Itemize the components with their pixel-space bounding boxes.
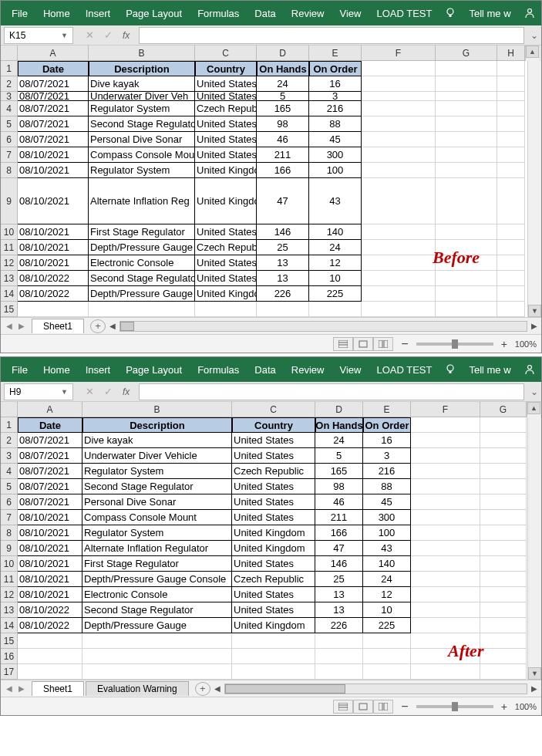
empty-cell[interactable] [362,132,436,147]
data-cell[interactable]: United States [195,255,257,271]
tab-nav-next-icon[interactable]: ▶ [16,322,27,330]
row-header[interactable]: 5 [1,479,18,494]
row-header[interactable]: 3 [1,448,18,464]
data-cell[interactable]: 166 [257,163,309,178]
empty-cell[interactable] [480,556,527,572]
empty-cell[interactable] [89,302,195,317]
empty-cell[interactable] [480,618,527,633]
data-cell[interactable]: 25 [315,572,363,587]
zoom-in-button[interactable]: + [498,338,510,350]
data-cell[interactable]: 25 [257,240,309,255]
data-cell[interactable]: Czech Republic [232,464,315,479]
zoom-in-button[interactable]: + [498,700,510,713]
data-cell[interactable]: 13 [257,255,309,271]
zoom-out-button[interactable]: − [398,700,411,714]
data-cell[interactable]: Dive kayak [82,433,232,448]
data-cell[interactable]: 08/07/2021 [18,76,89,92]
share-icon[interactable] [519,7,540,19]
empty-cell[interactable] [362,271,436,286]
sheet-tab[interactable]: Evaluation Warning [86,681,189,696]
data-cell[interactable]: 08/07/2021 [18,132,89,147]
data-cell[interactable]: United Kingdo [195,178,257,224]
hscroll-left-icon[interactable]: ◀ [107,322,118,330]
row-header[interactable]: 12 [1,255,18,271]
data-cell[interactable]: 24 [257,76,309,92]
col-header-D[interactable]: D [315,402,363,417]
data-cell[interactable]: 43 [363,541,411,556]
data-cell[interactable]: 08/10/2021 [18,178,89,224]
ribbon-tab-page layout[interactable]: Page Layout [118,2,190,25]
data-cell[interactable]: Depth/Pressure Gauge [89,286,195,302]
data-cell[interactable]: 08/07/2021 [18,433,82,448]
data-cell[interactable]: 08/07/2021 [18,92,89,101]
col-header-A[interactable]: A [18,402,82,417]
data-cell[interactable]: 16 [309,76,362,92]
row-header[interactable]: 13 [1,271,18,286]
data-cell[interactable]: 300 [309,147,362,163]
empty-cell[interactable] [411,448,480,464]
empty-cell[interactable] [362,163,436,178]
empty-cell[interactable] [436,163,497,178]
data-cell[interactable]: Depth/Pressure Gauge [82,618,232,633]
data-cell[interactable]: United States [195,224,257,240]
col-header-E[interactable]: E [309,46,362,61]
row-header[interactable]: 2 [1,433,18,448]
data-cell[interactable]: 10 [309,271,362,286]
data-cell[interactable]: Electronic Console [82,587,232,602]
empty-cell[interactable] [411,587,480,602]
empty-cell[interactable] [497,302,525,317]
data-cell[interactable]: 5 [315,448,363,464]
empty-cell[interactable] [497,116,525,132]
row-header[interactable]: 12 [1,587,18,602]
share-icon[interactable] [519,363,540,376]
data-cell[interactable]: Second Stage Regulator [82,479,232,494]
data-cell[interactable]: 165 [315,464,363,479]
empty-cell[interactable] [436,286,497,302]
data-cell[interactable]: 46 [257,132,309,147]
lightbulb-icon[interactable] [439,7,461,19]
empty-cell[interactable] [362,76,436,92]
empty-cell[interactable] [480,525,527,541]
row-header[interactable]: 2 [1,76,18,92]
empty-cell[interactable] [480,602,527,618]
data-cell[interactable]: United States [232,479,315,494]
empty-cell[interactable] [411,433,480,448]
empty-cell[interactable] [436,178,497,224]
table-header-cell[interactable]: Country [232,417,315,433]
row-header[interactable]: 4 [1,101,18,116]
data-cell[interactable]: Regulator System [82,525,232,541]
ribbon-tab-home[interactable]: Home [35,358,78,382]
row-header[interactable]: 11 [1,240,18,255]
empty-cell[interactable] [18,633,82,649]
empty-cell[interactable] [232,633,315,649]
data-cell[interactable]: United Kingdo [195,163,257,178]
ribbon-tab-home[interactable]: Home [35,2,78,25]
empty-cell[interactable] [480,494,527,510]
zoom-out-button[interactable]: − [398,337,411,351]
page-break-view-icon[interactable] [373,337,393,351]
empty-cell[interactable] [436,224,497,240]
empty-cell[interactable] [497,61,525,76]
data-cell[interactable]: 98 [315,479,363,494]
sheet-tab[interactable]: Sheet1 [32,319,84,333]
row-header[interactable]: 8 [1,163,18,178]
data-cell[interactable]: 165 [257,101,309,116]
ribbon-tab-page layout[interactable]: Page Layout [118,358,190,382]
table-header-cell[interactable]: Country [195,61,257,76]
zoom-slider[interactable] [416,705,493,708]
data-cell[interactable]: 08/10/2021 [18,224,89,240]
empty-cell[interactable] [436,116,497,132]
data-cell[interactable]: 3 [363,448,411,464]
scroll-up-icon[interactable]: ▲ [527,402,540,414]
data-cell[interactable]: 08/10/2021 [18,525,82,541]
select-all-corner[interactable] [1,402,18,417]
row-header[interactable]: 10 [1,224,18,240]
data-cell[interactable]: 225 [363,618,411,633]
data-cell[interactable]: 08/07/2021 [18,101,89,116]
zoom-level[interactable]: 100% [515,339,537,349]
empty-cell[interactable] [497,101,525,116]
row-header[interactable]: 16 [1,649,18,664]
col-header-D[interactable]: D [257,46,309,61]
data-cell[interactable]: 140 [363,556,411,572]
data-cell[interactable]: 225 [309,286,362,302]
